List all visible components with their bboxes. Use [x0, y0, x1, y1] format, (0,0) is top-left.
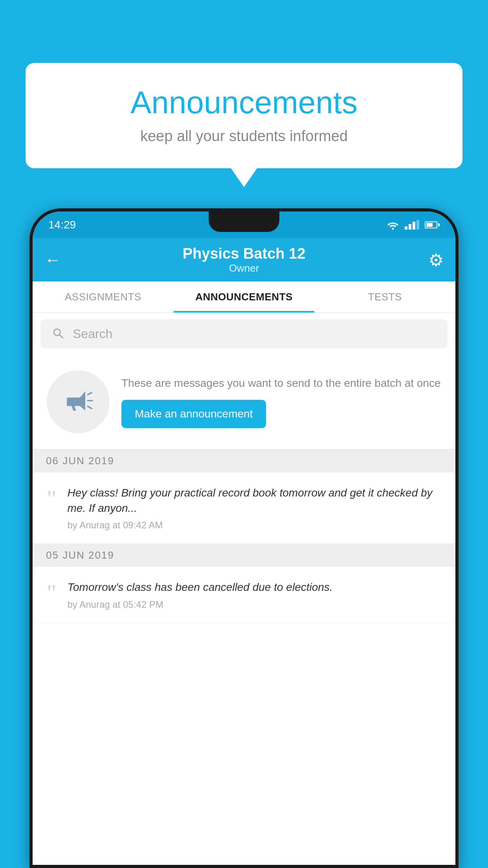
speech-bubble-container: Announcements keep all your students inf… — [26, 63, 462, 168]
tab-tests[interactable]: TESTS — [314, 281, 455, 313]
announcement-message-2: Tomorrow's class has been cancelled due … — [68, 579, 442, 595]
signal-icon — [405, 220, 419, 230]
megaphone-circle — [47, 370, 110, 433]
batch-title: Physics Batch 12 — [183, 245, 306, 262]
speech-bubble-subtitle: keep all your students informed — [49, 128, 439, 145]
svg-point-0 — [392, 228, 394, 230]
announcement-meta-2: by Anurag at 05:42 PM — [68, 599, 442, 610]
svg-rect-1 — [67, 397, 72, 406]
tabs-container: ASSIGNMENTS ANNOUNCEMENTS TESTS — [33, 281, 455, 313]
announcement-content-1: Hey class! Bring your practical record b… — [68, 485, 442, 531]
quote-icon-2: " — [47, 581, 57, 605]
battery-icon — [425, 221, 440, 228]
make-announcement-button[interactable]: Make an announcement — [121, 400, 266, 428]
title-group: Physics Batch 12 Owner — [183, 245, 306, 274]
search-bar-container: Search — [33, 313, 455, 355]
date-separator-1: 06 JUN 2019 — [33, 449, 455, 473]
status-icons — [387, 220, 440, 230]
search-placeholder: Search — [73, 327, 112, 341]
wifi-icon — [387, 220, 399, 230]
settings-icon[interactable]: ⚙ — [428, 250, 444, 270]
search-icon — [51, 327, 66, 341]
search-bar[interactable]: Search — [40, 319, 448, 348]
phone-frame: 14:29 — [29, 208, 459, 868]
back-button[interactable]: ← — [44, 250, 61, 269]
announcement-item-1[interactable]: " Hey class! Bring your practical record… — [33, 473, 455, 544]
status-time: 14:29 — [48, 219, 76, 231]
announcement-empty-state: These are messages you want to send to t… — [33, 355, 455, 449]
speech-bubble: Announcements keep all your students inf… — [26, 63, 462, 168]
date-separator-2: 05 JUN 2019 — [33, 544, 455, 567]
top-bar: ← Physics Batch 12 Owner ⚙ — [33, 238, 455, 281]
quote-icon-1: " — [47, 487, 57, 510]
announcement-message-1: Hey class! Bring your practical record b… — [68, 485, 442, 516]
megaphone-icon — [61, 384, 96, 419]
announcement-description: These are messages you want to send to t… — [121, 375, 441, 391]
announcement-meta-1: by Anurag at 09:42 AM — [68, 520, 442, 531]
batch-subtitle: Owner — [183, 262, 306, 274]
svg-line-4 — [88, 406, 92, 408]
tab-assignments[interactable]: ASSIGNMENTS — [33, 281, 174, 313]
speech-bubble-title: Announcements — [49, 85, 439, 121]
announcement-item-2[interactable]: " Tomorrow's class has been cancelled du… — [33, 567, 455, 623]
tab-announcements[interactable]: ANNOUNCEMENTS — [174, 281, 315, 313]
announcement-content-2: Tomorrow's class has been cancelled due … — [68, 579, 442, 610]
phone-inner: 14:29 — [33, 211, 455, 865]
announcement-text-block: These are messages you want to send to t… — [121, 375, 441, 428]
notch — [209, 211, 279, 232]
svg-line-2 — [88, 393, 92, 395]
